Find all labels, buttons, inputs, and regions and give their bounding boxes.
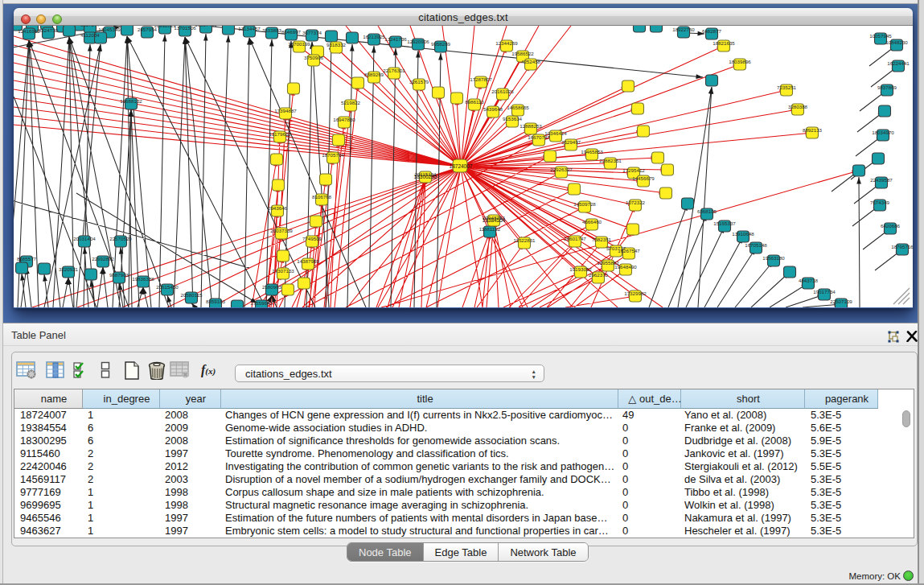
svg-text:6357277: 6357277 [80, 26, 101, 27]
svg-text:6482877: 6482877 [702, 28, 722, 34]
svg-text:16213925: 16213925 [363, 34, 385, 39]
svg-text:9887903: 9887903 [109, 272, 129, 278]
svg-text:7749509: 7749509 [302, 236, 322, 241]
svg-text:19193052: 19193052 [569, 266, 592, 272]
svg-text:10346424: 10346424 [544, 130, 567, 136]
svg-text:17287807: 17287807 [470, 76, 492, 82]
svg-text:3750906: 3750906 [304, 55, 324, 60]
svg-text:12344269: 12344269 [495, 40, 518, 46]
svg-text:5219822: 5219822 [341, 100, 361, 105]
svg-text:17295412: 17295412 [622, 167, 645, 173]
svg-text:18705794: 18705794 [322, 152, 344, 158]
svg-text:2580963: 2580963 [262, 284, 282, 290]
svg-text:19836388: 19836388 [132, 276, 154, 282]
svg-text:8106768: 8106768 [312, 194, 332, 200]
svg-text:3677374: 3677374 [302, 30, 322, 35]
svg-text:19688132: 19688132 [120, 98, 142, 104]
svg-text:16705148: 16705148 [745, 242, 767, 248]
svg-text:19465853: 19465853 [581, 149, 603, 154]
svg-text:3220921: 3220921 [59, 266, 79, 272]
svg-text:13179613: 13179613 [269, 131, 291, 137]
svg-text:18821635: 18821635 [713, 40, 735, 46]
svg-text:14456679: 14456679 [632, 175, 655, 181]
svg-text:4843718: 4843718 [799, 278, 819, 283]
svg-text:22507109: 22507109 [830, 299, 852, 304]
svg-text:18034970: 18034970 [872, 130, 894, 135]
svg-text:9153634: 9153634 [503, 116, 523, 122]
svg-text:11881122: 11881122 [479, 226, 501, 232]
svg-text:19017734: 19017734 [813, 289, 836, 295]
svg-text:10848230: 10848230 [885, 39, 908, 45]
svg-text:14509728: 14509728 [573, 201, 596, 207]
svg-text:7674349: 7674349 [870, 200, 890, 205]
svg-text:21439044: 21439044 [645, 26, 667, 27]
svg-text:20772475: 20772475 [51, 26, 74, 27]
svg-text:20031404: 20031404 [73, 236, 96, 241]
svg-text:7382351: 7382351 [592, 237, 612, 242]
svg-text:3280388: 3280388 [788, 104, 808, 109]
svg-text:22806503: 22806503 [21, 26, 43, 27]
svg-text:2962373: 2962373 [589, 272, 609, 278]
svg-text:19384554: 19384554 [483, 217, 506, 223]
svg-text:10837430: 10837430 [195, 26, 217, 27]
svg-text:22176301: 22176301 [383, 68, 405, 73]
svg-text:10955862: 10955862 [597, 260, 619, 266]
svg-text:18795716: 18795716 [891, 244, 913, 249]
svg-text:20580115: 20580115 [180, 292, 203, 298]
svg-text:22882351: 22882351 [599, 158, 622, 163]
svg-text:13045349: 13045349 [98, 27, 121, 32]
svg-text:17307133: 17307133 [272, 268, 294, 274]
svg-text:22439587: 22439587 [870, 177, 893, 183]
svg-text:6420686: 6420686 [881, 223, 901, 229]
svg-text:18724007: 18724007 [450, 163, 473, 169]
svg-text:17329982: 17329982 [624, 290, 647, 296]
svg-text:8685577: 8685577 [17, 256, 37, 262]
svg-text:20037339: 20037339 [270, 228, 293, 233]
svg-text:12888253: 12888253 [519, 123, 542, 129]
svg-text:18039896: 18039896 [729, 59, 751, 64]
svg-text:13910648: 13910648 [732, 231, 754, 237]
svg-text:18992829: 18992829 [154, 26, 176, 28]
svg-text:15165337: 15165337 [713, 220, 736, 226]
svg-text:10057945: 10057945 [869, 33, 892, 39]
svg-text:16224441: 16224441 [887, 60, 910, 66]
svg-text:14658665: 14658665 [507, 105, 529, 110]
svg-text:5439648: 5439648 [483, 106, 503, 112]
svg-text:12416912: 12416912 [18, 28, 40, 34]
svg-text:11522831: 11522831 [513, 237, 536, 243]
svg-text:4112034: 4112034 [80, 32, 100, 38]
svg-text:8224730: 8224730 [39, 27, 59, 33]
svg-text:20161026: 20161026 [491, 89, 514, 94]
svg-text:22570529: 22570529 [109, 236, 132, 241]
svg-text:17559643: 17559643 [250, 300, 273, 306]
svg-text:8892133: 8892133 [803, 127, 823, 133]
svg-text:15700199: 15700199 [288, 41, 310, 47]
svg-text:3261579: 3261579 [409, 79, 429, 84]
svg-text:20601747: 20601747 [564, 236, 586, 241]
svg-text:8986110: 8986110 [465, 99, 484, 105]
svg-text:2943646: 2943646 [268, 205, 288, 211]
svg-text:4666460: 4666460 [582, 219, 602, 225]
svg-text:18300295: 18300295 [414, 174, 437, 179]
svg-text:3529497: 3529497 [561, 139, 581, 145]
svg-text:12920906: 12920906 [407, 39, 429, 44]
svg-text:19586522: 19586522 [511, 51, 534, 56]
svg-text:13134457: 13134457 [238, 26, 261, 31]
svg-text:3333883: 3333883 [262, 27, 282, 33]
svg-text:9837869: 9837869 [877, 84, 897, 90]
svg-text:19563180: 19563180 [762, 255, 785, 261]
svg-text:17394887: 17394887 [274, 108, 297, 113]
svg-text:9958289: 9958289 [431, 41, 451, 47]
svg-text:1072322: 1072322 [626, 200, 646, 205]
svg-text:22926327: 22926327 [550, 167, 573, 172]
svg-text:14387959: 14387959 [297, 258, 319, 264]
svg-text:8389269: 8389269 [364, 72, 384, 77]
svg-text:22992872: 22992872 [92, 256, 114, 262]
svg-text:9318332: 9318332 [326, 42, 347, 47]
svg-text:18922760: 18922760 [672, 27, 695, 32]
svg-text:20615450: 20615450 [156, 284, 179, 290]
svg-text:6368105: 6368105 [697, 208, 717, 214]
svg-text:8646997: 8646997 [281, 29, 302, 35]
svg-text:8359183: 8359183 [206, 299, 226, 304]
svg-text:7235251: 7235251 [777, 84, 797, 90]
